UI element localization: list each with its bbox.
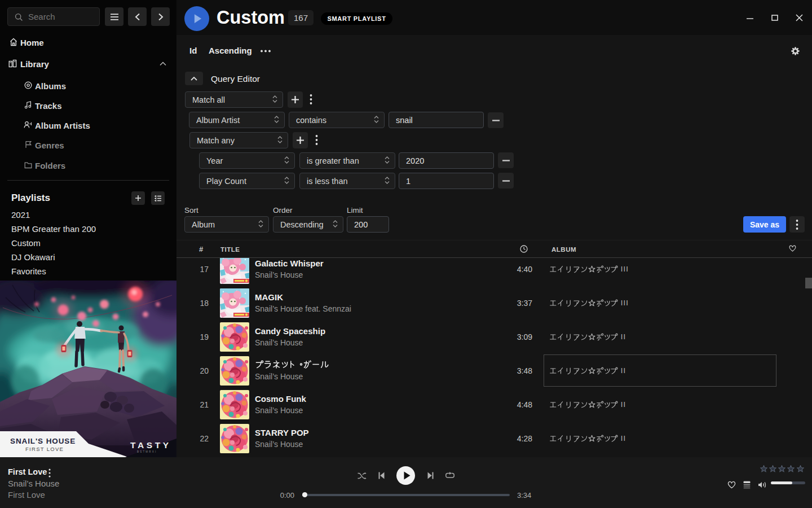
svg-text:I: I bbox=[623, 332, 625, 341]
svg-text:I: I bbox=[621, 332, 623, 341]
svg-text:I: I bbox=[623, 434, 625, 443]
svg-text:I: I bbox=[626, 299, 628, 307]
svg-text:I: I bbox=[626, 265, 628, 273]
svg-text:I: I bbox=[621, 299, 623, 307]
svg-text:I: I bbox=[621, 400, 623, 409]
svg-text:BSTMRXI: BSTMRXI bbox=[137, 450, 157, 453]
svg-text:SNAIL'S HOUSE: SNAIL'S HOUSE bbox=[10, 437, 76, 445]
svg-text:TASTY: TASTY bbox=[130, 440, 171, 450]
svg-text:I: I bbox=[623, 400, 625, 409]
svg-text:I: I bbox=[623, 299, 625, 307]
svg-text:I: I bbox=[621, 265, 623, 273]
svg-text:FIRST LOVE: FIRST LOVE bbox=[25, 446, 64, 452]
svg-text:I: I bbox=[621, 434, 623, 443]
svg-text:I: I bbox=[623, 265, 625, 273]
